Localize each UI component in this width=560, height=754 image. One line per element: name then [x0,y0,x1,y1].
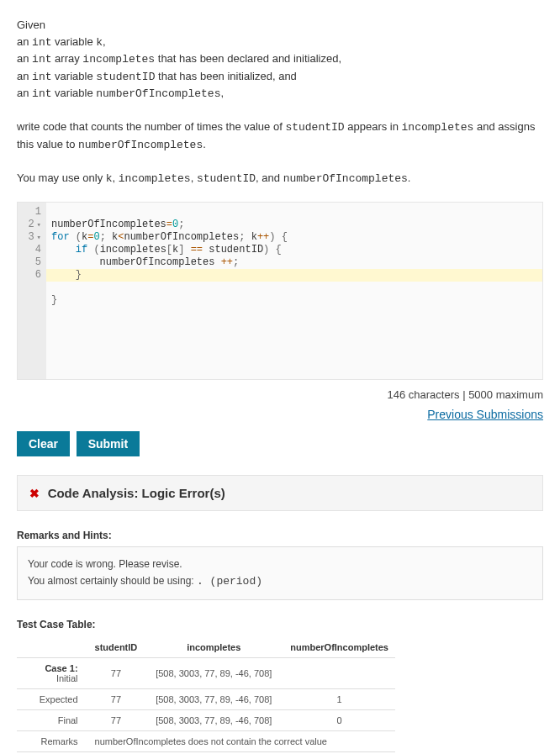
line-number: 6 [21,269,41,282]
remarks-box: Your code is wrong. Please revise. You a… [17,546,543,600]
prompt-line: an int variable studentID that has been … [17,68,543,86]
prompt-line: an int array incompletes that has been d… [17,50,543,68]
code-line: numberOfIncompletes=0; [51,219,184,230]
prompt-line: an int variable numberOfIncompletes, [17,85,543,103]
code-line: } [51,294,57,306]
question-prompt: Given an int variable k, an int array in… [17,17,543,187]
table-row: Remarks numberOfIncompletes does not con… [17,731,395,752]
code-analysis-panel: ✖ Code Analysis: Logic Error(s) [17,475,543,511]
button-row: Clear Submit [17,431,543,456]
line-number: 1 [21,206,41,219]
code-line-highlighted: } [46,269,542,282]
line-gutter: 1 2▾ 3▾ 4 5 6 [18,203,46,379]
error-icon: ✖ [29,487,40,500]
line-number: 3▾ [21,231,41,244]
prompt-line: You may use only k, incompletes, student… [17,170,543,187]
prompt-line: write code that counts the number of tim… [17,119,543,153]
remark-line: Your code is wrong. Please revise. [28,556,532,572]
analysis-title: Code Analysis: Logic Error(s) [48,486,225,500]
test-case-table: studentID incompletes numberOfIncomplete… [17,637,395,754]
code-area[interactable]: numberOfIncompletes=0; for (k=0; k<numbe… [46,203,542,379]
line-number: 4 [21,244,41,256]
line-number: 5 [21,256,41,269]
line-number: 2▾ [21,219,41,231]
col-header: incompletes [144,637,283,658]
table-header-row: studentID incompletes numberOfIncomplete… [17,637,395,658]
previous-submissions-row: Previous Submissions [17,408,543,421]
previous-submissions-link[interactable]: Previous Submissions [427,408,543,421]
col-header: numberOfIncompletes [283,637,395,658]
remarks-heading: Remarks and Hints: [17,530,543,541]
submit-button[interactable]: Submit [77,431,140,456]
clear-button[interactable]: Clear [17,431,70,456]
table-row: Final 77 [508, 3003, 77, 89, -46, 708] 0 [17,710,395,731]
table-row: Expected 77 [508, 3003, 77, 89, -46, 708… [17,689,395,710]
page-container: Given an int variable k, an int array in… [0,0,560,754]
testcase-heading: Test Case Table: [17,619,543,630]
col-header: studentID [88,637,145,658]
prompt-line: Given [17,17,543,34]
remark-line: You almost certainly should be using: . … [28,572,532,591]
code-line: for (k=0; k<numberOfIncompletes; k++) { [51,231,288,243]
table-row: Case 1: Initial 77 [508, 3003, 77, 89, -… [17,658,395,689]
code-line: numberOfIncompletes ++; [51,256,239,268]
code-editor[interactable]: 1 2▾ 3▾ 4 5 6 numberOfIncompletes=0; for… [17,202,543,380]
code-line: if (incompletes[k] == studentID) { [51,244,282,256]
character-count: 146 characters | 5000 maximum [17,388,543,401]
prompt-line: an int variable k, [17,34,543,51]
